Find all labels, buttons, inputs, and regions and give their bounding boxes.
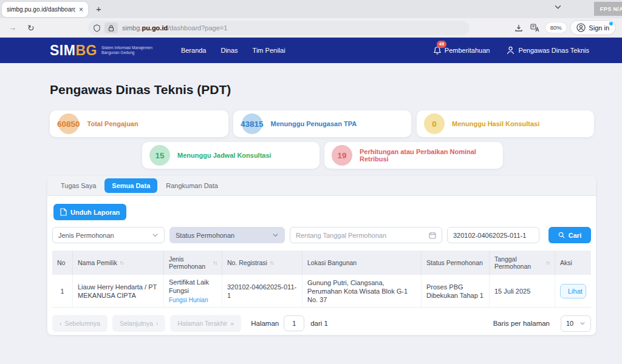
nav-item-beranda[interactable]: Beranda — [181, 47, 207, 54]
notification-count-badge: 49 — [437, 41, 446, 48]
stat-label: Total Pengajuan — [87, 120, 138, 127]
chevron-down-icon — [272, 232, 279, 238]
search-icon — [558, 232, 565, 238]
tab-rangkuman-data[interactable]: Rangkuman Data — [159, 178, 225, 193]
nav-item-dinas[interactable]: Dinas — [220, 47, 238, 54]
stat-label: Perhitungan atau Perbaikan Nominal Retri… — [360, 148, 496, 163]
translate-icon[interactable] — [530, 24, 539, 32]
page-number-input[interactable] — [284, 315, 304, 331]
stat-label: Menunggu Penugasan TPA — [271, 120, 357, 127]
tab-tugas-saya[interactable]: Tugas Saya — [53, 178, 103, 193]
sort-icon[interactable]: ↑↓ — [270, 260, 274, 266]
stat-value: 19 — [337, 151, 346, 160]
col-header-tanggal-permohonan[interactable]: Tanggal Permohonan↑↓ — [490, 251, 555, 275]
fps-overlay-badge: FPS N/A — [594, 2, 622, 16]
logo-tagline: Sistem Informasi Manajemen Bangunan Gedu… — [101, 46, 159, 55]
col-header-status-permohonan: Status Permohonan — [422, 251, 490, 275]
lock-icon[interactable] — [104, 22, 118, 33]
jenis-permohonan-select[interactable]: Jenis Permohonan — [52, 227, 165, 243]
shield-icon[interactable] — [93, 24, 101, 32]
stat-label: Menunggu Jadwal Konsultasi — [177, 152, 272, 159]
stat-value: 43815 — [241, 120, 264, 129]
cell-tanggal-permohonan: 15 Juli 2025 — [490, 275, 555, 307]
tab-close-icon[interactable]: × — [79, 5, 83, 14]
calendar-icon — [429, 232, 436, 239]
tab-list-chevron-icon[interactable] — [554, 3, 562, 11]
stat-label: Menunggu Hasil Konsultasi — [452, 120, 539, 127]
rows-per-page-select[interactable]: 10 — [561, 315, 591, 332]
col-header-lokasi-bangunan: Lokasi Bangunan — [302, 251, 422, 275]
nav-right: 49 Pemberitahuan Pengawas Dinas Teknis — [433, 46, 589, 55]
chevron-down-icon — [152, 232, 159, 238]
view-button[interactable]: Lihat — [560, 284, 586, 298]
cell-status-permohonan: Proses PBG Dibekukan Tahap 1 — [422, 275, 490, 307]
search-input[interactable] — [453, 232, 533, 239]
url-bar[interactable]: simbg.pu.go.id/dashboard?page=1 — [88, 21, 470, 35]
browser-tabstrip: simbg.pu.go.id/dashboard × + FPS N/A — [0, 0, 622, 18]
search-field[interactable] — [447, 227, 539, 243]
downloads-icon[interactable] — [514, 24, 523, 32]
stat-card-menunggu-hasil-konsultasi: 0 Menunggu Hasil Konsultasi — [417, 110, 594, 137]
user-menu[interactable]: Pengawas Dinas Teknis — [507, 46, 589, 55]
col-header-jenis-permohonan[interactable]: Jenis Permohonan↑↓ — [164, 251, 222, 275]
chevrons-right-icon: » — [230, 320, 234, 327]
table-row: 1 Liauw Herry Hendarta / PT MEKANUSA CIP… — [52, 275, 591, 308]
stat-value: 0 — [432, 120, 437, 129]
data-panel: Tugas Saya Semua Data Rangkuman Data Und… — [47, 176, 596, 335]
tab-title: simbg.pu.go.id/dashboard — [7, 6, 75, 13]
screen: simbg.pu.go.id/dashboard × + FPS N/A → ↻… — [0, 0, 622, 364]
simbg-logo[interactable]: SIMBG Sistem Informasi Manajemen Banguna… — [50, 43, 159, 58]
user-icon — [507, 46, 514, 55]
filter-row: Jenis Permohonan Status Permohonan Renta… — [52, 227, 591, 243]
notifications-label: Pemberitahuan — [445, 47, 490, 54]
stat-card-menunggu-penugasan-tpa: 43815 Menunggu Penugasan TPA — [233, 110, 411, 137]
stat-value: 15 — [155, 151, 164, 160]
search-button[interactable]: Cari — [549, 227, 591, 243]
reload-icon[interactable]: ↻ — [27, 23, 35, 33]
page-label: Halaman — [251, 320, 279, 327]
prev-page-button[interactable]: ‹Sebelumnya — [52, 315, 108, 332]
last-page-button[interactable]: Halaman Terakhir» — [170, 315, 241, 332]
sort-icon[interactable]: ↑↓ — [120, 260, 124, 266]
table-header-row: No Nama Pemilik↑↓ Jenis Permohonan↑↓ No.… — [52, 251, 591, 275]
download-report-button[interactable]: Unduh Laporan — [53, 204, 126, 220]
browser-tab[interactable]: simbg.pu.go.id/dashboard × — [2, 2, 88, 17]
jenis-sub-link[interactable]: Fungsi Hunian — [169, 296, 217, 305]
logo-bg: BG — [75, 43, 97, 58]
sort-icon[interactable]: ↑↓ — [213, 260, 217, 266]
new-tab-icon[interactable]: + — [96, 4, 101, 14]
document-icon — [60, 208, 67, 216]
tab-semua-data[interactable]: Semua Data — [104, 178, 157, 193]
date-range-input[interactable]: Rentang Tanggal Permohonan — [290, 227, 442, 243]
notifications-button[interactable]: 49 Pemberitahuan — [433, 46, 490, 55]
page-of-label: dari 1 — [310, 320, 328, 327]
panel-tabs: Tugas Saya Semua Data Rangkuman Data — [47, 176, 596, 196]
stat-card-menunggu-jadwal-konsultasi: 15 Menunggu Jadwal Konsultasi — [142, 142, 320, 169]
user-label: Pengawas Dinas Teknis — [518, 47, 589, 54]
col-header-no: No — [52, 251, 73, 275]
nav-item-tim-penilai[interactable]: Tim Penilai — [253, 47, 285, 54]
sign-in-label: Sign in — [589, 24, 609, 32]
app-navbar: SIMBG Sistem Informasi Manajemen Banguna… — [0, 38, 622, 63]
next-page-button[interactable]: Selanjutnya› — [112, 315, 165, 332]
stat-card-total-pengajuan: 60850 Total Pengajuan — [50, 110, 228, 137]
sort-icon[interactable]: ↑↓ — [546, 260, 550, 266]
cell-no: 1 — [52, 275, 73, 307]
cell-nama-pemilik: Liauw Herry Hendarta / PT MEKANUSA CIPTA — [73, 275, 164, 307]
col-header-aksi: Aksi — [555, 251, 591, 275]
browser-toolbar: → ↻ simbg.pu.go.id/dashboard?page=1 80% … — [0, 18, 622, 38]
chevron-down-icon — [579, 320, 586, 326]
cell-aksi: Lihat — [555, 275, 591, 307]
account-icon — [576, 23, 586, 32]
sign-in-button[interactable]: Sign in — [570, 20, 616, 35]
col-header-nama-pemilik[interactable]: Nama Pemilik↑↓ — [73, 251, 164, 275]
col-header-no-registrasi[interactable]: No. Registrasi↑↓ — [222, 251, 302, 275]
forward-icon[interactable]: → — [9, 23, 16, 32]
status-permohonan-select[interactable]: Status Permohonan — [169, 227, 285, 243]
url-text: simbg.pu.go.id/dashboard?page=1 — [122, 24, 227, 32]
chevron-left-icon: ‹ — [60, 320, 62, 327]
zoom-level-badge[interactable]: 80% — [545, 22, 567, 33]
cell-lokasi-bangunan: Gunung Putri, Ciangsana, Perumahan Kota … — [302, 275, 422, 307]
rows-per-page-label: Baris per halaman — [493, 320, 550, 327]
sign-in-notification-dot — [609, 22, 613, 25]
